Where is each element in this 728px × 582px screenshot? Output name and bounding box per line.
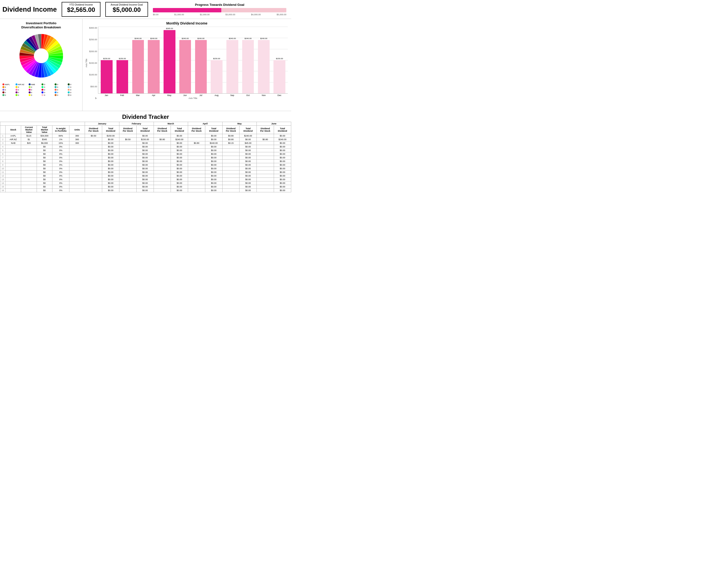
dividend-cell[interactable]	[85, 145, 102, 149]
dividend-cell[interactable]	[188, 149, 205, 152]
dividend-cell[interactable]: $0.00	[136, 141, 154, 145]
dividend-cell[interactable]	[257, 141, 274, 145]
dividend-cell[interactable]	[222, 163, 239, 167]
dividend-cell[interactable]: $0.00	[171, 152, 188, 156]
dividend-cell[interactable]	[257, 170, 274, 174]
dividend-cell[interactable]	[85, 170, 102, 174]
dividend-cell[interactable]	[188, 160, 205, 163]
table-cell[interactable]: $20	[21, 141, 37, 145]
dividend-cell[interactable]: $0.80	[222, 138, 239, 141]
dividend-cell[interactable]	[119, 152, 136, 156]
dividend-cell[interactable]: $0.00	[239, 178, 257, 182]
dividend-cell[interactable]	[154, 145, 171, 149]
dividend-cell[interactable]	[85, 163, 102, 167]
dividend-cell[interactable]: $0.00	[205, 156, 222, 160]
dividend-cell[interactable]	[119, 160, 136, 163]
table-cell[interactable]	[5, 182, 21, 185]
dividend-cell[interactable]: $0.00	[171, 167, 188, 170]
dividend-cell[interactable]	[85, 189, 102, 192]
dividend-cell[interactable]	[85, 185, 102, 189]
dividend-cell[interactable]	[85, 149, 102, 152]
table-cell[interactable]: 0%	[52, 170, 69, 174]
dividend-cell[interactable]: $0.00	[102, 145, 120, 149]
dividend-cell[interactable]	[85, 174, 102, 178]
dividend-cell[interactable]: $0.00	[171, 156, 188, 160]
dividend-cell[interactable]	[222, 189, 239, 192]
dividend-cell[interactable]: $0.00	[102, 170, 120, 174]
dividend-cell[interactable]	[154, 152, 171, 156]
dividend-cell[interactable]	[257, 145, 274, 149]
dividend-cell[interactable]	[188, 174, 205, 178]
dividend-cell[interactable]: $0.00	[136, 152, 154, 156]
dividend-cell[interactable]	[222, 149, 239, 152]
dividend-cell[interactable]	[85, 167, 102, 170]
table-cell[interactable]: 0%	[52, 160, 69, 163]
table-cell[interactable]	[21, 163, 37, 167]
dividend-cell[interactable]: $0.00	[171, 174, 188, 178]
dividend-cell[interactable]	[222, 170, 239, 174]
dividend-cell[interactable]	[119, 189, 136, 192]
table-cell[interactable]: $0	[37, 163, 52, 167]
dividend-cell[interactable]	[257, 189, 274, 192]
table-cell[interactable]: 0%	[52, 185, 69, 189]
table-cell[interactable]: 300	[70, 134, 85, 138]
table-cell[interactable]: $0	[37, 167, 52, 170]
dividend-cell[interactable]: $240.00	[274, 138, 291, 141]
table-cell[interactable]: AAPL	[5, 134, 21, 138]
dividend-cell[interactable]: $0.00	[274, 163, 291, 167]
dividend-cell[interactable]: $0.00	[171, 178, 188, 182]
dividend-cell[interactable]	[154, 141, 171, 145]
dividend-cell[interactable]: $240.00	[205, 141, 222, 145]
dividend-cell[interactable]: $0.00	[205, 185, 222, 189]
table-cell[interactable]: 0%	[52, 163, 69, 167]
dividend-cell[interactable]: $0.00	[102, 163, 120, 167]
dividend-cell[interactable]: $0.00	[136, 156, 154, 160]
dividend-cell[interactable]	[154, 178, 171, 182]
dividend-cell[interactable]: $0.00	[102, 174, 120, 178]
dividend-cell[interactable]	[154, 185, 171, 189]
dividend-cell[interactable]	[85, 156, 102, 160]
dividend-cell[interactable]	[154, 134, 171, 138]
dividend-cell[interactable]	[154, 163, 171, 167]
table-cell[interactable]	[5, 167, 21, 170]
dividend-cell[interactable]: $150.00	[102, 134, 120, 138]
dividend-cell[interactable]	[154, 189, 171, 192]
dividend-cell[interactable]: $45.00	[239, 141, 257, 145]
table-cell[interactable]: $0	[37, 185, 52, 189]
dividend-cell[interactable]	[188, 189, 205, 192]
dividend-cell[interactable]: $0.00	[136, 160, 154, 163]
dividend-cell[interactable]: $0.00	[274, 167, 291, 170]
table-cell[interactable]: 0%	[52, 152, 69, 156]
dividend-cell[interactable]: $0.00	[205, 189, 222, 192]
dividend-cell[interactable]: $0.00	[274, 156, 291, 160]
dividend-cell[interactable]: $0.00	[205, 138, 222, 141]
dividend-cell[interactable]	[119, 149, 136, 152]
dividend-cell[interactable]	[257, 185, 274, 189]
dividend-cell[interactable]: $0.00	[205, 145, 222, 149]
dividend-cell[interactable]: $0.00	[102, 149, 120, 152]
table-cell[interactable]: $0	[37, 145, 52, 149]
dividend-cell[interactable]: $0.00	[239, 189, 257, 192]
table-cell[interactable]: $0	[37, 174, 52, 178]
table-cell[interactable]	[70, 174, 85, 178]
dividend-cell[interactable]	[257, 134, 274, 138]
dividend-cell[interactable]: $0.00	[171, 141, 188, 145]
dividend-cell[interactable]: $0.00	[205, 149, 222, 152]
dividend-cell[interactable]: $0.80	[257, 138, 274, 141]
dividend-cell[interactable]: $0.00	[136, 134, 154, 138]
table-cell[interactable]: $34,500	[37, 134, 52, 138]
dividend-cell[interactable]: $0.00	[102, 189, 120, 192]
dividend-cell[interactable]: $0.00	[102, 141, 120, 145]
dividend-cell[interactable]	[188, 138, 205, 141]
table-cell[interactable]: 0%	[52, 167, 69, 170]
table-cell[interactable]: 0%	[52, 182, 69, 185]
table-cell[interactable]	[21, 182, 37, 185]
table-cell[interactable]	[5, 163, 21, 167]
dividend-cell[interactable]	[222, 167, 239, 170]
dividend-cell[interactable]: $0.00	[239, 185, 257, 189]
table-cell[interactable]: 0%	[52, 178, 69, 182]
dividend-cell[interactable]	[119, 174, 136, 178]
dividend-cell[interactable]	[119, 185, 136, 189]
table-cell[interactable]	[70, 160, 85, 163]
dividend-cell[interactable]: $0.00	[171, 145, 188, 149]
